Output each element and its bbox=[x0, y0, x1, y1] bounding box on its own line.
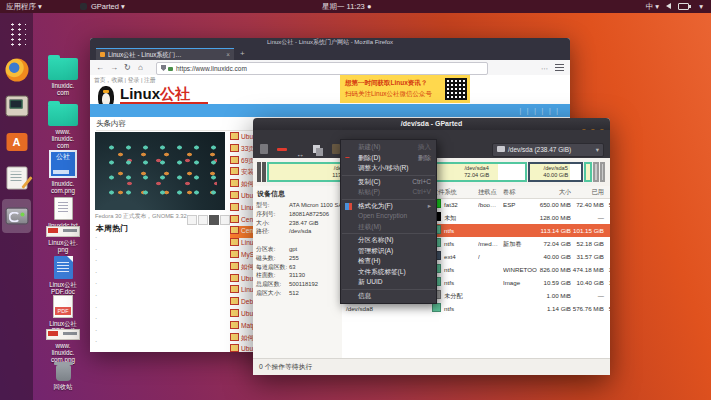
menu-item[interactable]: 管理标识(A) bbox=[341, 246, 436, 257]
screenshot-caption[interactable]: Fedora 30 正式发布，GNOME 3.32… bbox=[95, 212, 193, 221]
used-space bbox=[586, 164, 590, 180]
site-nav-item[interactable] bbox=[540, 107, 543, 114]
site-nav-item[interactable] bbox=[547, 107, 550, 114]
hot-list-link[interactable] bbox=[95, 304, 227, 316]
menu-item[interactable]: Open Encryption bbox=[341, 211, 436, 222]
partition-segment[interactable] bbox=[262, 162, 266, 182]
menu-item[interactable]: 新建(N) 插入 bbox=[341, 142, 436, 153]
browser-tab[interactable]: Linux公社 - Linux系统门… × bbox=[96, 48, 234, 60]
ad-banner[interactable]: 想第一时间获取Linux资讯？ 扫码关注Linux公社微信公众号 bbox=[340, 75, 470, 103]
desktop-icon[interactable]: www. linuxidc. com bbox=[36, 104, 90, 149]
device-info-row: 扇区大小:512 bbox=[256, 289, 340, 298]
attachment-icon bbox=[230, 203, 239, 211]
page-actions-icon[interactable]: ⋯ bbox=[541, 63, 548, 74]
menu-item[interactable]: 分区名称(N) bbox=[341, 235, 436, 246]
forward-button[interactable]: → bbox=[110, 62, 118, 73]
back-button[interactable]: ← bbox=[96, 62, 104, 73]
menu-item[interactable]: 文件系统标签(L) bbox=[341, 267, 436, 278]
reload-button[interactable]: ↻ bbox=[124, 62, 131, 73]
partition-segment[interactable]: /dev/sda4 72.04 GiB bbox=[426, 162, 527, 182]
battery-icon[interactable] bbox=[678, 3, 689, 10]
desktop-icon[interactable]: Linux公社 PDF.doc bbox=[36, 256, 90, 295]
url-bar[interactable]: https://www.linuxidc.com bbox=[156, 62, 488, 75]
active-app-menu[interactable]: GParted ▾ bbox=[91, 2, 125, 11]
file-icon bbox=[54, 256, 73, 279]
pager-button[interactable] bbox=[220, 215, 230, 225]
hot-list bbox=[95, 234, 227, 350]
hot-list-link[interactable] bbox=[95, 234, 227, 246]
site-nav-item[interactable] bbox=[525, 107, 528, 114]
featured-screenshot[interactable] bbox=[95, 132, 225, 210]
menu-item[interactable]: 挂载(M) bbox=[341, 222, 436, 233]
menu-item[interactable]: 信息 bbox=[341, 291, 436, 302]
partition-segment[interactable] bbox=[257, 162, 261, 182]
hot-list-link[interactable] bbox=[95, 269, 227, 281]
menu-item[interactable]: 格式化为(F) ▸ bbox=[341, 201, 436, 212]
firefox-navbar: ← → ↻ ⌂ https://www.linuxidc.com ⋯ bbox=[90, 60, 570, 76]
qr-code bbox=[445, 78, 467, 100]
menu-item-shortcut: Ctrl+C bbox=[412, 177, 431, 188]
pager-button[interactable] bbox=[198, 215, 208, 225]
tab-close-icon[interactable]: × bbox=[226, 49, 230, 60]
volume-icon[interactable] bbox=[666, 3, 671, 9]
partition-segment[interactable] bbox=[600, 162, 605, 182]
dock-item-icon[interactable]: A bbox=[3, 127, 30, 157]
dock-item-icon[interactable] bbox=[3, 163, 30, 193]
chevron-down-icon: ▾ bbox=[596, 144, 599, 155]
site-nav-item[interactable] bbox=[519, 107, 521, 114]
partition-segment[interactable] bbox=[584, 162, 592, 182]
desktop-icon[interactable]: Linux公社. png bbox=[36, 226, 90, 253]
home-button[interactable]: ⌂ bbox=[138, 62, 143, 73]
menu-item[interactable]: 粘贴(P) Ctrl+V bbox=[341, 187, 436, 198]
desktop-icon[interactable]: 回收站 bbox=[36, 365, 90, 390]
system-menu-caret[interactable]: ▾ bbox=[699, 2, 703, 11]
desktop-icon[interactable]: linuxidc. com bbox=[36, 58, 90, 96]
dock-item-icon[interactable] bbox=[3, 55, 30, 85]
site-nav-item[interactable] bbox=[532, 107, 535, 114]
applications-menu[interactable]: 应用程序 ▾ bbox=[6, 2, 42, 11]
menu-item[interactable]: 复制(C) Ctrl+C bbox=[341, 177, 436, 188]
top-bar: 应用程序 ▾ GParted ▾ 星期一 11:23 ● 中 ▾ ▾ bbox=[0, 0, 711, 13]
partition-segment[interactable]: /dev/sda5 40.00 GiB bbox=[528, 162, 583, 182]
menu-item[interactable]: − 删除(D) 删除 bbox=[341, 153, 436, 164]
menu-item[interactable]: 新 UUID bbox=[341, 277, 436, 288]
file-label: www. linuxidc. com.png bbox=[36, 342, 90, 363]
attachment-icon bbox=[230, 321, 239, 329]
hot-list-link[interactable] bbox=[95, 327, 227, 339]
hot-list-link[interactable] bbox=[95, 257, 227, 269]
hot-list-link[interactable] bbox=[95, 315, 227, 327]
gparted-titlebar[interactable]: /dev/sda - GParted bbox=[253, 118, 610, 130]
new-tab-button[interactable]: + bbox=[240, 49, 245, 58]
copy-button[interactable] bbox=[311, 143, 325, 155]
hot-list-link[interactable] bbox=[95, 246, 227, 258]
desktop-icon[interactable]: www. linuxidc. com.png bbox=[36, 329, 90, 363]
pager-button[interactable] bbox=[209, 215, 219, 225]
device-selector[interactable]: /dev/sda (238.47 GiB) ▾ bbox=[492, 143, 604, 157]
dock-item-icon[interactable] bbox=[3, 19, 30, 49]
clock[interactable]: 星期一 11:23 ● bbox=[322, 2, 371, 11]
file-label: Linux公社 PDF.doc bbox=[36, 281, 90, 295]
tracking-shield-icon[interactable] bbox=[161, 65, 166, 71]
hot-list-link[interactable] bbox=[95, 338, 227, 350]
desktop-icon[interactable]: linuxidc.txt bbox=[36, 197, 90, 229]
menu-item[interactable]: 检查(H) bbox=[341, 256, 436, 267]
menu-item[interactable]: 调整大小/移动(R) bbox=[341, 163, 436, 174]
new-partition-button[interactable] bbox=[257, 143, 271, 155]
hot-list-link[interactable] bbox=[95, 280, 227, 292]
menu-item-icon bbox=[345, 203, 352, 210]
dock-item-icon[interactable] bbox=[3, 91, 30, 121]
hamburger-menu-icon[interactable] bbox=[555, 64, 564, 71]
delete-partition-button[interactable] bbox=[275, 143, 289, 155]
site-navbar bbox=[90, 104, 570, 117]
ime-indicator[interactable]: 中 ▾ bbox=[646, 2, 659, 11]
pager-button[interactable] bbox=[187, 215, 197, 225]
hot-list-link[interactable] bbox=[95, 292, 227, 304]
resize-move-button[interactable]: ↔ bbox=[293, 143, 307, 155]
site-nav-item[interactable] bbox=[555, 107, 558, 114]
firefox-titlebar[interactable]: Linux公社 - Linux系统门户网站 - Mozilla Firefox bbox=[90, 38, 570, 47]
page-top-links[interactable]: 首页，收藏 | 登录 | 注册 bbox=[94, 76, 156, 85]
dock-item-icon[interactable] bbox=[2, 199, 31, 233]
partition-segment[interactable] bbox=[593, 162, 599, 182]
desktop-icon[interactable]: 公社 linuxidc. com.png bbox=[36, 150, 90, 194]
attachment-icon bbox=[230, 179, 239, 187]
